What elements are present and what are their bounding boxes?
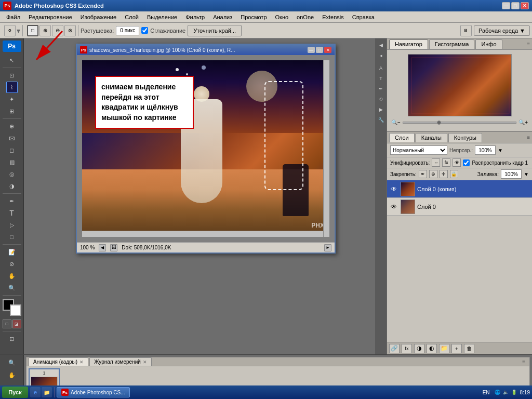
menu-file[interactable]: Файл xyxy=(2,13,24,21)
notes-tool[interactable]: 📝 xyxy=(6,246,18,258)
panel-path-btn[interactable]: ✒ xyxy=(376,84,385,94)
move-tool[interactable]: ↖ xyxy=(6,55,18,66)
subtract-selection-btn[interactable]: ⊖ xyxy=(52,25,63,36)
menu-edit[interactable]: Редактирование xyxy=(24,13,76,21)
menu-layer[interactable]: Слой xyxy=(121,13,143,21)
shape-tool[interactable]: □ xyxy=(6,231,18,243)
workspace-icon-btn[interactable]: 🖥 xyxy=(460,25,472,36)
unify-pos-btn[interactable]: ↔ xyxy=(432,158,440,167)
panel-history-btn[interactable]: ⟲ xyxy=(376,95,385,104)
intersect-selection-btn[interactable]: ⊗ xyxy=(64,25,76,36)
tab-histogram[interactable]: Гистограмма xyxy=(429,39,475,49)
unify-vis-btn[interactable]: 👁 xyxy=(453,158,461,167)
menu-analyze[interactable]: Анализ xyxy=(209,13,236,21)
blend-mode-select[interactable]: Нормальный xyxy=(390,145,447,155)
menu-select[interactable]: Выделение xyxy=(143,13,181,21)
antialias-checkbox[interactable] xyxy=(141,27,148,34)
background-color[interactable] xyxy=(10,304,21,316)
layers-menu-icon[interactable]: ≡ xyxy=(527,135,530,140)
vertical-scrollbar[interactable] xyxy=(323,60,329,237)
doc-nav-left[interactable]: ◀ xyxy=(99,244,106,251)
doc-close-btn[interactable]: ✕ xyxy=(324,47,331,53)
nav-zoom-in-icon[interactable]: 🔍+ xyxy=(518,119,528,125)
quicklaunch-ie-btn[interactable]: e xyxy=(30,387,41,397)
tab-info[interactable]: Инфо xyxy=(475,39,502,49)
menu-extensis[interactable]: Extensis xyxy=(318,13,348,21)
tab-measurement-log[interactable]: Журнал измерений ✕ xyxy=(89,357,152,366)
layer-item-base[interactable]: 👁 Слой 0 xyxy=(387,198,532,216)
layer-fx-btn[interactable]: fx xyxy=(402,344,412,353)
layer-visibility-base[interactable]: 👁 xyxy=(389,202,398,211)
marquee-tool[interactable]: ⊡ xyxy=(6,70,18,81)
pen-tool[interactable]: ✒ xyxy=(6,195,18,207)
layer-item-copy[interactable]: 👁 Слой 0 (копия) xyxy=(387,180,532,198)
blur-tool[interactable]: ◎ xyxy=(6,168,18,180)
type-tool[interactable]: T xyxy=(6,207,18,219)
add-selection-btn[interactable]: ⊕ xyxy=(39,25,51,36)
canvas-image[interactable]: снимаем выделение перейдя на этот квадра… xyxy=(82,60,329,237)
nav-slider-thumb[interactable] xyxy=(437,121,441,125)
clone-tool[interactable]: 🖂 xyxy=(6,132,18,144)
horizontal-scrollbar[interactable] xyxy=(82,231,323,237)
tab-navigator[interactable]: Навигатор xyxy=(389,39,428,49)
menu-filter[interactable]: Фильтр xyxy=(181,13,209,21)
doc-nav-right[interactable]: ► xyxy=(324,244,331,251)
bottom-zoom-btn[interactable]: 🔍 xyxy=(6,357,18,368)
layer-new-btn[interactable]: + xyxy=(451,344,462,353)
navigator-preview[interactable] xyxy=(408,54,512,116)
meas-tab-close-icon[interactable]: ✕ xyxy=(143,360,147,365)
new-selection-btn[interactable]: □ xyxy=(27,25,38,36)
taskbar-language[interactable]: EN xyxy=(481,390,492,395)
eraser-tool[interactable]: ◻ xyxy=(6,144,18,156)
panel-tool-btn[interactable]: 🔧 xyxy=(376,115,385,125)
taskbar-photoshop-app[interactable]: Ps Adobe Photoshop CS... xyxy=(57,387,130,397)
tab-paths[interactable]: Контуры xyxy=(448,133,482,142)
lock-move-btn[interactable]: ✛ xyxy=(440,170,448,178)
panel-arrange-btn[interactable]: A xyxy=(376,63,385,73)
nav-zoom-out-icon[interactable]: 🔍− xyxy=(391,119,401,125)
path-tool[interactable]: ▷ xyxy=(6,219,18,231)
fill-input[interactable] xyxy=(501,169,522,179)
tab-channels[interactable]: Каналы xyxy=(416,133,447,142)
layer-adj-btn[interactable]: ◐ xyxy=(427,344,437,353)
lock-position-btn[interactable]: ✒ xyxy=(419,170,427,178)
document-content[interactable]: снимаем выделение перейдя на этот квадра… xyxy=(77,55,335,242)
volume-icon[interactable]: 🔈 xyxy=(502,389,510,396)
crop-tool[interactable]: ⊞ xyxy=(6,105,18,117)
screen-mode-btn[interactable]: ⊡ xyxy=(6,333,18,344)
eyedropper-tool[interactable]: ⊘ xyxy=(6,258,18,270)
dodge-tool[interactable]: ◑ xyxy=(6,180,18,192)
panel-action-btn[interactable]: ▶ xyxy=(376,105,385,114)
close-button[interactable]: ✕ xyxy=(521,2,529,9)
layer-delete-btn[interactable]: 🗑 xyxy=(464,344,474,353)
doc-maximize-btn[interactable]: □ xyxy=(316,47,323,53)
spread-checkbox[interactable] xyxy=(463,159,470,166)
nav-zoom-slider[interactable] xyxy=(403,122,516,124)
quicklaunch-folder-btn[interactable]: 📁 xyxy=(42,387,52,397)
refine-edge-button[interactable]: Уточнить край... xyxy=(188,25,242,36)
minimize-button[interactable]: — xyxy=(502,2,510,9)
doc-minimize-btn[interactable]: — xyxy=(308,47,315,53)
opacity-input[interactable] xyxy=(475,145,496,155)
layer-group-btn[interactable]: 📁 xyxy=(439,344,449,353)
maximize-button[interactable]: □ xyxy=(511,2,520,9)
layer-mask-btn[interactable]: ◑ xyxy=(414,344,424,353)
panel-toggle-1[interactable]: ◀ xyxy=(376,41,385,50)
bottom-hand-btn[interactable]: ✋ xyxy=(6,369,18,381)
hand-tool[interactable]: ✋ xyxy=(6,270,18,282)
menu-help[interactable]: Справка xyxy=(348,13,379,21)
menu-view[interactable]: Просмотр xyxy=(236,13,271,21)
tab-animation-frames[interactable]: Анимация (кадры) ✕ xyxy=(29,357,88,366)
panel-toggle-2[interactable]: ◂ xyxy=(376,51,385,60)
workspace-dropdown[interactable]: Рабочая среда ▼ xyxy=(474,25,530,36)
menu-window[interactable]: Окно xyxy=(271,13,293,21)
start-button[interactable]: Пуск xyxy=(2,387,28,398)
unify-style-btn[interactable]: fx xyxy=(442,158,450,167)
lasso-tool-btn[interactable]: ⚬ xyxy=(4,25,16,36)
doc-nav-info[interactable]: 🖼 xyxy=(110,244,117,251)
lasso-tool[interactable]: ⌇ xyxy=(6,82,18,93)
anim-panel-menu-icon[interactable]: ≡ xyxy=(520,359,527,365)
layer-visibility-copy[interactable]: 👁 xyxy=(389,184,398,194)
gradient-tool[interactable]: ▨ xyxy=(6,156,18,168)
quick-selection-tool[interactable]: ✦ xyxy=(6,94,18,105)
